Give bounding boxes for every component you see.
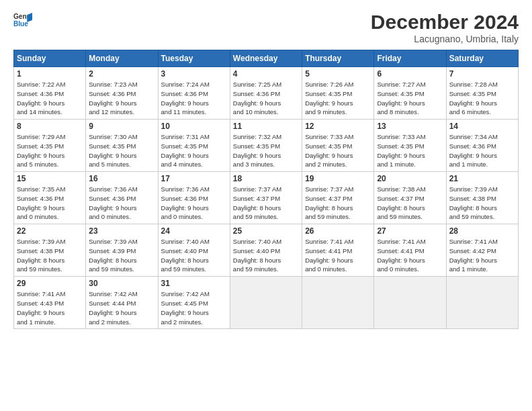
calendar-table: Sunday Monday Tuesday Wednesday Thursday… — [13, 50, 519, 329]
table-row: 23Sunrise: 7:39 AMSunset: 4:39 PMDayligh… — [86, 224, 158, 277]
col-thursday: Thursday — [302, 50, 374, 67]
table-row: 26Sunrise: 7:41 AMSunset: 4:41 PMDayligh… — [302, 224, 374, 277]
table-row: 5Sunrise: 7:26 AMSunset: 4:35 PMDaylight… — [302, 67, 374, 120]
title-block: December 2024 Lacugnano, Umbria, Italy — [371, 11, 519, 44]
table-row: 19Sunrise: 7:37 AMSunset: 4:37 PMDayligh… — [302, 172, 374, 224]
table-row: 31Sunrise: 7:42 AMSunset: 4:45 PMDayligh… — [158, 277, 230, 329]
table-row: 10Sunrise: 7:31 AMSunset: 4:35 PMDayligh… — [158, 120, 230, 172]
header-row: Sunday Monday Tuesday Wednesday Thursday… — [14, 50, 519, 67]
table-row: 3Sunrise: 7:24 AMSunset: 4:36 PMDaylight… — [158, 67, 230, 120]
table-row — [302, 277, 374, 329]
table-row — [446, 277, 518, 329]
col-monday: Monday — [86, 50, 158, 67]
calendar-page: General Blue December 2024 Lacugnano, Um… — [0, 0, 532, 411]
location: Lacugnano, Umbria, Italy — [371, 34, 519, 44]
month-title: December 2024 — [371, 11, 519, 34]
table-row: 29Sunrise: 7:41 AMSunset: 4:43 PMDayligh… — [14, 277, 86, 329]
table-row: 11Sunrise: 7:32 AMSunset: 4:35 PMDayligh… — [230, 120, 302, 172]
table-row: 12Sunrise: 7:33 AMSunset: 4:35 PMDayligh… — [302, 120, 374, 172]
table-row: 24Sunrise: 7:40 AMSunset: 4:40 PMDayligh… — [158, 224, 230, 277]
header: General Blue December 2024 Lacugnano, Um… — [13, 11, 519, 44]
table-row: 8Sunrise: 7:29 AMSunset: 4:35 PMDaylight… — [14, 120, 86, 172]
table-row — [374, 277, 446, 329]
table-row: 22Sunrise: 7:39 AMSunset: 4:38 PMDayligh… — [14, 224, 86, 277]
svg-text:Blue: Blue — [13, 20, 28, 28]
table-row: 18Sunrise: 7:37 AMSunset: 4:37 PMDayligh… — [230, 172, 302, 224]
table-row: 2Sunrise: 7:23 AMSunset: 4:36 PMDaylight… — [86, 67, 158, 120]
logo-icon: General Blue — [13, 11, 32, 30]
table-row: 6Sunrise: 7:27 AMSunset: 4:35 PMDaylight… — [374, 67, 446, 120]
col-sunday: Sunday — [14, 50, 86, 67]
table-row: 28Sunrise: 7:41 AMSunset: 4:42 PMDayligh… — [446, 224, 518, 277]
table-row: 14Sunrise: 7:34 AMSunset: 4:36 PMDayligh… — [446, 120, 518, 172]
table-row: 20Sunrise: 7:38 AMSunset: 4:37 PMDayligh… — [374, 172, 446, 224]
table-row: 21Sunrise: 7:39 AMSunset: 4:38 PMDayligh… — [446, 172, 518, 224]
table-row: 1Sunrise: 7:22 AMSunset: 4:36 PMDaylight… — [14, 67, 86, 120]
table-row: 30Sunrise: 7:42 AMSunset: 4:44 PMDayligh… — [86, 277, 158, 329]
table-row — [230, 277, 302, 329]
table-row: 15Sunrise: 7:35 AMSunset: 4:36 PMDayligh… — [14, 172, 86, 224]
table-row: 16Sunrise: 7:36 AMSunset: 4:36 PMDayligh… — [86, 172, 158, 224]
table-row: 7Sunrise: 7:28 AMSunset: 4:35 PMDaylight… — [446, 67, 518, 120]
col-wednesday: Wednesday — [230, 50, 302, 67]
table-row: 4Sunrise: 7:25 AMSunset: 4:36 PMDaylight… — [230, 67, 302, 120]
col-saturday: Saturday — [446, 50, 518, 67]
table-row: 27Sunrise: 7:41 AMSunset: 4:41 PMDayligh… — [374, 224, 446, 277]
col-tuesday: Tuesday — [158, 50, 230, 67]
table-row: 9Sunrise: 7:30 AMSunset: 4:35 PMDaylight… — [86, 120, 158, 172]
table-row: 17Sunrise: 7:36 AMSunset: 4:36 PMDayligh… — [158, 172, 230, 224]
table-row: 13Sunrise: 7:33 AMSunset: 4:35 PMDayligh… — [374, 120, 446, 172]
table-row: 25Sunrise: 7:40 AMSunset: 4:40 PMDayligh… — [230, 224, 302, 277]
logo: General Blue — [13, 11, 32, 30]
col-friday: Friday — [374, 50, 446, 67]
